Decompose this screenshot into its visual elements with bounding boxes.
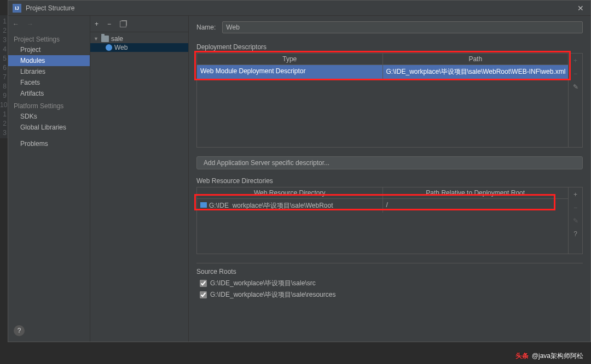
sidebar-item-facets[interactable]: Facets	[8, 77, 90, 88]
webres-add-icon[interactable]	[573, 191, 577, 198]
name-input[interactable]	[222, 21, 583, 33]
deploy-cell-type: Web Module Deployment Descriptor	[197, 65, 383, 79]
module-tree-panel: ▼ sale Web	[90, 16, 189, 342]
web-icon	[106, 44, 112, 51]
web-resource-dirs-table: Web Resource Directory Path Relative to …	[196, 187, 583, 254]
webres-row[interactable]: G:\IDE_workplace\毕设项目\sale\WebRoot /	[197, 199, 568, 213]
deploy-th-path[interactable]: Path	[383, 54, 569, 64]
sidebar-item-modules[interactable]: Modules	[8, 55, 90, 66]
webres-cell-dir: G:\IDE_workplace\毕设项目\sale\WebRoot	[197, 199, 383, 213]
deploy-edit-icon[interactable]	[573, 83, 578, 91]
sidebar-heading-project: Project Settings	[8, 32, 90, 44]
source-root-row[interactable]: G:\IDE_workplace\毕设项目\sale\src	[196, 278, 583, 289]
folder-icon	[200, 202, 207, 208]
sidebar-item-problems[interactable]: Problems	[8, 138, 90, 149]
name-label: Name:	[196, 24, 216, 31]
webres-edit-icon[interactable]	[573, 217, 578, 225]
sidebar-heading-platform: Platform Settings	[8, 99, 90, 111]
expand-arrow-icon[interactable]: ▼	[94, 36, 99, 42]
deploy-th-type[interactable]: Type	[197, 54, 383, 64]
source-root-path: G:\IDE_workplace\毕设项目\sale\src	[210, 279, 316, 288]
app-icon: IJ	[13, 4, 21, 13]
webres-th-rel[interactable]: Path Relative to Deployment Root	[383, 187, 569, 198]
deploy-row[interactable]: Web Module Deployment Descriptor G:\IDE_…	[197, 65, 568, 79]
editor-line-numbers: 12345678910123	[0, 15, 8, 138]
close-icon[interactable]: ✕	[575, 4, 586, 13]
sidebar-item-artifacts[interactable]: Artifacts	[8, 88, 90, 99]
webres-th-dir[interactable]: Web Resource Directory	[197, 187, 383, 198]
sidebar-item-global-libraries[interactable]: Global Libraries	[8, 122, 90, 133]
web-resource-dirs-title: Web Resource Directories	[196, 177, 583, 185]
add-icon[interactable]	[95, 20, 99, 28]
deployment-descriptors-table: Type Path Web Module Deployment Descript…	[196, 53, 583, 148]
source-root-checkbox[interactable]	[200, 291, 207, 298]
folder-icon	[101, 36, 109, 42]
window-title: Project Structure	[26, 4, 575, 12]
titlebar[interactable]: IJ Project Structure ✕	[8, 1, 590, 16]
add-app-server-descriptor-button[interactable]: Add Application Server specific descript…	[196, 156, 583, 169]
tree-facet-web[interactable]: Web	[90, 43, 188, 52]
source-root-row[interactable]: G:\IDE_workplace\毕设项目\sale\resources	[196, 289, 583, 301]
copy-icon[interactable]	[120, 21, 126, 27]
back-icon[interactable]: ←	[13, 20, 19, 28]
sidebar-item-sdks[interactable]: SDKs	[8, 111, 90, 122]
webres-remove-icon[interactable]	[573, 204, 577, 212]
deploy-add-icon[interactable]	[573, 57, 577, 64]
deploy-cell-path: G:\IDE_workplace\毕设项目\sale\WebRoot\WEB-I…	[383, 65, 569, 79]
tree-module-sale[interactable]: ▼ sale	[90, 34, 188, 43]
deployment-descriptors-title: Deployment Descriptors	[196, 43, 583, 51]
source-root-checkbox[interactable]	[200, 280, 207, 287]
webres-cell-rel: /	[383, 199, 569, 213]
webres-help-icon[interactable]	[573, 230, 577, 238]
remove-icon[interactable]	[107, 20, 111, 28]
settings-sidebar: ← → Project Settings Project Modules Lib…	[8, 16, 90, 342]
content-panel: Name: Deployment Descriptors Type Path	[189, 16, 590, 342]
help-icon[interactable]: ?	[14, 325, 25, 336]
project-structure-dialog: IJ Project Structure ✕ ← → Project Setti…	[8, 0, 591, 342]
source-roots-title: Source Roots	[196, 268, 583, 275]
forward-icon[interactable]: →	[27, 20, 33, 28]
deploy-remove-icon[interactable]	[573, 70, 577, 78]
source-root-path: G:\IDE_workplace\毕设项目\sale\resources	[210, 290, 335, 300]
sidebar-item-project[interactable]: Project	[8, 44, 90, 55]
sidebar-item-libraries[interactable]: Libraries	[8, 66, 90, 77]
watermark: 头条 @java架构师阿松	[515, 351, 583, 361]
